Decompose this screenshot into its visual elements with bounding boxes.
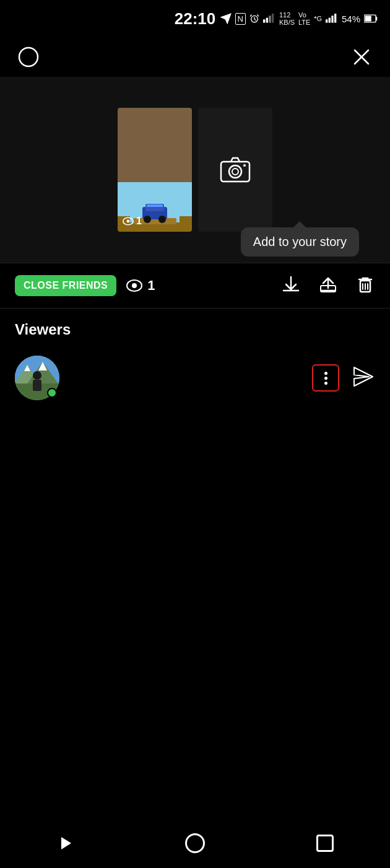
camera-icon: [220, 157, 251, 183]
close-icon: [352, 48, 371, 66]
eye-icon-small: [123, 217, 134, 226]
download-icon: [281, 274, 301, 294]
svg-point-30: [132, 283, 137, 288]
action-bar: CLOSE FRIENDS 1: [0, 263, 390, 308]
thumbnail-top: [118, 108, 192, 182]
status-bar: 22:10 N 112KB/S VoLTE ⁴G: [0, 0, 390, 37]
svg-point-26: [229, 165, 241, 178]
viewer-row: [15, 351, 375, 405]
action-view-count: 1: [126, 278, 155, 294]
viewers-section: Viewers: [0, 309, 390, 418]
recents-icon: [316, 835, 334, 852]
svg-point-12: [19, 48, 38, 66]
close-button[interactable]: [348, 43, 375, 71]
signal-icon: [263, 14, 275, 24]
svg-rect-8: [334, 14, 336, 23]
svg-rect-10: [376, 17, 377, 20]
lte-icon: VoLTE: [298, 11, 310, 26]
svg-rect-43: [33, 380, 41, 391]
svg-point-21: [158, 216, 166, 223]
viewers-title: Viewers: [15, 321, 375, 338]
speed-text: 112KB/S: [279, 11, 295, 26]
settings-button[interactable]: [15, 43, 42, 71]
add-to-story-tooltip: Add to your story: [241, 227, 359, 256]
svg-rect-4: [272, 14, 274, 23]
send-message-button[interactable]: [352, 365, 375, 391]
story-thumbnail[interactable]: 1: [118, 108, 192, 232]
svg-rect-6: [329, 18, 331, 23]
nfc-icon: N: [235, 13, 246, 25]
settings-circle-icon: [18, 46, 39, 68]
camera-slot[interactable]: [198, 108, 272, 232]
action-icons: [281, 274, 375, 297]
svg-rect-11: [365, 16, 371, 22]
dot-3: [324, 382, 327, 385]
svg-point-20: [144, 216, 151, 223]
thumbnail-view-count: 1: [123, 216, 142, 227]
home-icon: [185, 833, 205, 853]
viewer-actions: [312, 364, 375, 392]
svg-rect-5: [326, 19, 327, 22]
svg-rect-7: [331, 15, 333, 22]
more-options-button[interactable]: [312, 364, 339, 392]
svg-point-24: [127, 220, 130, 223]
battery-text: 54%: [342, 14, 360, 24]
recents-button[interactable]: [306, 825, 344, 862]
status-icons: N 112KB/S VoLTE ⁴G 54%: [220, 11, 378, 26]
alarm-icon: [249, 14, 259, 24]
battery-icon: [364, 14, 378, 23]
trash-icon: [355, 274, 375, 294]
send-icon: [220, 13, 232, 24]
close-friends-badge[interactable]: CLOSE FRIENDS: [15, 275, 116, 296]
network-icon: ⁴G: [314, 15, 322, 23]
svg-point-42: [33, 371, 41, 380]
dot-2: [324, 377, 327, 380]
svg-rect-3: [269, 15, 271, 22]
back-icon: [56, 835, 74, 852]
share-icon: [318, 274, 338, 294]
svg-rect-1: [263, 19, 265, 22]
send-icon-viewer: [352, 365, 375, 388]
eye-icon-action: [126, 279, 142, 292]
svg-rect-2: [266, 18, 268, 23]
svg-marker-45: [61, 837, 71, 849]
svg-marker-44: [354, 367, 373, 386]
avatar-container: [15, 356, 59, 400]
svg-point-28: [243, 164, 246, 167]
delete-button[interactable]: [355, 274, 375, 297]
top-controls: [0, 37, 390, 77]
status-time: 22:10: [175, 9, 216, 28]
story-preview-area: 1 Add to your story: [0, 77, 390, 263]
share-button[interactable]: [318, 274, 338, 297]
back-button[interactable]: [46, 825, 84, 862]
bottom-nav: [0, 818, 390, 868]
online-indicator: [47, 388, 57, 398]
dot-1: [324, 372, 327, 375]
download-button[interactable]: [281, 274, 301, 297]
network-signal-icon: [326, 14, 338, 24]
svg-rect-22: [147, 204, 163, 207]
home-button[interactable]: [176, 825, 214, 862]
svg-point-27: [232, 169, 238, 175]
